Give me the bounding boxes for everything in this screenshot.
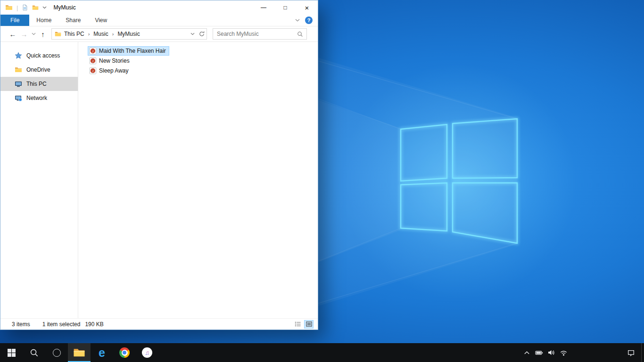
up-button[interactable]: ↑ [37,28,49,40]
address-dropdown-chevron-icon[interactable] [188,29,197,39]
tab-share[interactable]: Share [58,15,88,26]
music-file-icon [89,47,97,55]
sidebar-item-label: This PC [26,81,47,87]
search-input[interactable] [217,31,297,37]
start-button[interactable] [0,343,23,362]
start-icon [8,349,16,357]
status-bar: 3 items 1 item selected 190 KB [0,318,318,329]
navigation-pane: Quick access OneDrive This PC Network [0,42,78,318]
status-item-count: 3 items [12,321,30,328]
help-button[interactable]: ? [305,16,313,24]
taskbar-file-explorer-button[interactable] [68,343,91,362]
music-file-icon [89,67,97,74]
star-icon [15,52,22,59]
search-icon [30,348,39,357]
ribbon-tabs: File Home Share View ? [0,15,318,26]
view-toggles [293,320,318,329]
chrome-button[interactable] [113,343,136,362]
details-view-button[interactable] [293,320,302,329]
explorer-main: Quick access OneDrive This PC Network [0,42,318,318]
tab-file[interactable]: File [0,15,29,26]
computer-icon [15,80,22,88]
toolbar-separator: | [17,4,18,11]
back-button[interactable]: ← [7,28,18,40]
title-bar[interactable]: | MyMusic — □ × [0,0,318,15]
itunes-button[interactable]: ♫ [136,343,158,362]
sidebar-item-onedrive[interactable]: OneDrive [0,63,78,77]
system-tray [520,343,644,362]
window-title: MyMusic [53,4,75,11]
tray-network-button[interactable] [557,343,570,362]
volume-icon [547,349,555,356]
file-item-sleep-away[interactable]: Sleep Away [88,66,132,75]
customize-toolbar-chevron-icon[interactable] [42,6,47,9]
address-folder-icon [55,31,61,37]
file-explorer-window: | MyMusic — □ × File Home Share View ? [0,0,318,330]
file-name: New Stories [99,56,130,66]
tray-show-hidden-icons-button[interactable] [520,343,533,362]
forward-button[interactable]: → [18,28,30,40]
file-item-new-stories[interactable]: New Stories [88,56,133,66]
tray-volume-button[interactable] [545,343,557,362]
chrome-icon [119,347,130,358]
wifi-icon [560,349,568,357]
ribbon-right-controls: ? [295,15,318,26]
tab-view[interactable]: View [88,15,114,26]
search-icon[interactable] [297,31,303,37]
action-center-icon [627,349,635,357]
tab-home[interactable]: Home [29,15,58,26]
sidebar-item-label: OneDrive [26,66,50,73]
new-folder-icon[interactable] [32,4,39,11]
breadcrumb-this-pc[interactable]: This PC [61,29,87,39]
itunes-icon: ♫ [142,347,152,358]
minimize-button[interactable]: — [253,0,274,15]
caption-buttons: — □ × [253,0,318,15]
music-file-icon [89,57,97,65]
chevron-up-icon [523,349,530,356]
cortana-button[interactable] [45,343,68,362]
search-box[interactable] [213,28,307,40]
sidebar-item-label: Quick access [26,52,60,59]
internet-explorer-button[interactable]: e [91,343,113,362]
navigation-bar: ← → ↑ This PC › Music › MyMusic [0,26,318,42]
file-name: Sleep Away [99,66,129,75]
desktop: | MyMusic — □ × File Home Share View ? [0,0,644,362]
cortana-icon [53,349,61,357]
tray-battery-button[interactable] [533,343,545,362]
folder-icon [15,66,22,74]
address-bar[interactable]: This PC › Music › MyMusic [51,28,207,40]
breadcrumb-separator-icon: › [87,31,91,37]
file-item-maid-with-the-flaxen-hair[interactable]: Maid With The Flaxen Hair [88,46,169,56]
breadcrumb-separator-icon: › [111,31,115,37]
internet-explorer-icon: e [99,347,105,359]
show-desktop-button[interactable] [641,343,644,362]
sidebar-item-quick-access[interactable]: Quick access [0,49,78,63]
sidebar-item-network[interactable]: Network [0,91,78,105]
large-icons-view-button[interactable] [304,320,314,329]
taskbar-search-button[interactable] [23,343,45,362]
maximize-button[interactable]: □ [274,0,296,15]
expand-ribbon-chevron-icon[interactable] [295,19,300,22]
status-selection-size: 190 KB [85,321,103,328]
address-bar-controls [188,29,206,39]
status-selection: 1 item selected [42,321,81,328]
close-button[interactable]: × [296,0,318,15]
file-name: Maid With The Flaxen Hair [99,46,166,56]
window-folder-icon [5,4,13,11]
breadcrumb-music[interactable]: Music [91,29,111,39]
recent-locations-chevron-icon[interactable] [30,28,37,40]
taskbar: e ♫ [0,343,644,362]
breadcrumb-mymusic[interactable]: MyMusic [115,29,142,39]
sidebar-item-label: Network [26,95,47,101]
network-icon [15,94,22,102]
refresh-icon[interactable] [197,29,206,39]
properties-icon[interactable] [22,4,28,11]
battery-icon [535,349,543,357]
quick-access-toolbar: | [0,4,47,11]
file-list[interactable]: Maid With The Flaxen Hair New Stories Sl… [78,42,318,318]
sidebar-item-this-pc[interactable]: This PC [0,77,78,91]
file-explorer-icon [73,346,85,359]
action-center-button[interactable] [620,343,641,362]
